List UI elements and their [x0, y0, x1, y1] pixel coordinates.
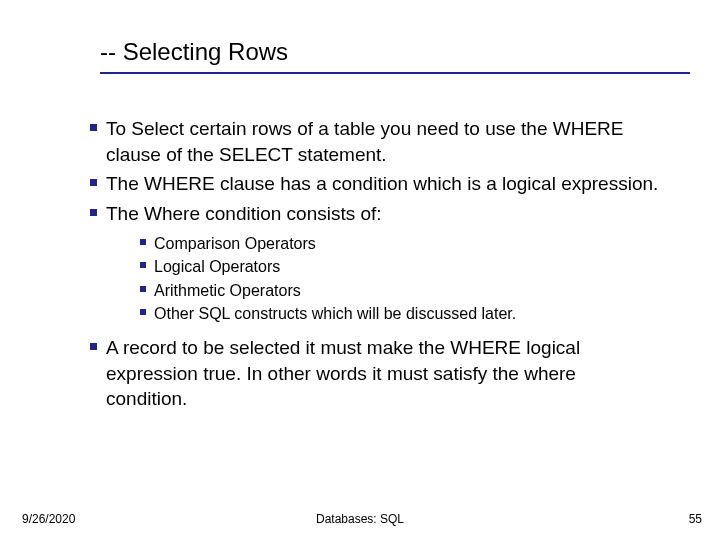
- sub-bullet-text: Comparison Operators: [154, 233, 660, 255]
- square-bullet-icon: [80, 201, 106, 216]
- bullet-text: To Select certain rows of a table you ne…: [106, 116, 660, 167]
- list-item: A record to be selected it must make the…: [80, 335, 660, 412]
- slide: -- Selecting Rows To Select certain rows…: [0, 0, 720, 540]
- title-row: -- Selecting Rows: [100, 38, 690, 66]
- square-bullet-icon: [132, 280, 154, 292]
- sub-bullet-text: Logical Operators: [154, 256, 660, 278]
- sub-bullet-text: Arithmetic Operators: [154, 280, 660, 302]
- list-item: Logical Operators: [132, 256, 660, 278]
- square-bullet-icon: [132, 256, 154, 268]
- square-bullet-icon: [80, 116, 106, 131]
- list-item: Comparison Operators: [132, 233, 660, 255]
- main-list-continued: A record to be selected it must make the…: [80, 335, 660, 412]
- slide-title: -- Selecting Rows: [100, 38, 288, 66]
- title-underline: [100, 72, 690, 74]
- sub-list: Comparison Operators Logical Operators A…: [132, 233, 660, 325]
- bullet-text: A record to be selected it must make the…: [106, 335, 660, 412]
- bullet-text: The Where condition consists of:: [106, 201, 660, 227]
- footer-title: Databases: SQL: [316, 512, 404, 526]
- square-bullet-icon: [80, 335, 106, 350]
- square-bullet-icon: [132, 233, 154, 245]
- bullet-text: The WHERE clause has a condition which i…: [106, 171, 660, 197]
- list-item: Other SQL constructs which will be discu…: [132, 303, 660, 325]
- content-area: To Select certain rows of a table you ne…: [80, 116, 660, 412]
- page-number: 55: [689, 512, 702, 526]
- main-list: To Select certain rows of a table you ne…: [80, 116, 660, 227]
- square-bullet-icon: [132, 303, 154, 315]
- list-item: Arithmetic Operators: [132, 280, 660, 302]
- square-bullet-icon: [80, 171, 106, 186]
- list-item: The WHERE clause has a condition which i…: [80, 171, 660, 197]
- list-item: The Where condition consists of:: [80, 201, 660, 227]
- footer: 9/26/2020 Databases: SQL 55: [0, 512, 720, 526]
- list-item: To Select certain rows of a table you ne…: [80, 116, 660, 167]
- footer-date: 9/26/2020: [22, 512, 75, 526]
- sub-bullet-text: Other SQL constructs which will be discu…: [154, 303, 660, 325]
